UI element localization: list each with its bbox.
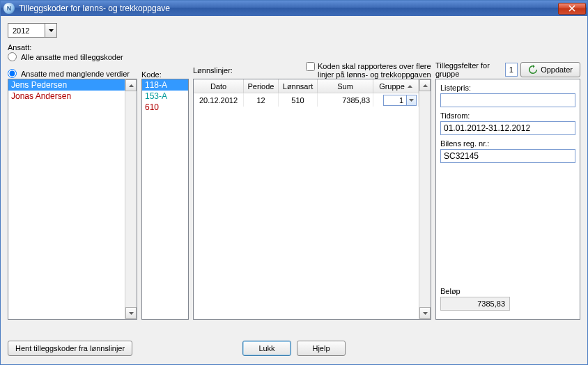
tidsrom-input[interactable]: 01.01.2012-31.12.2012: [440, 121, 575, 135]
regnr-input[interactable]: SC32145: [440, 149, 575, 163]
col-header-sum[interactable]: Sum: [318, 79, 373, 93]
radio-all-label: Alle ansatte med tilleggskoder: [21, 53, 123, 61]
refresh-button[interactable]: Oppdater: [520, 62, 580, 77]
listepris-input[interactable]: [440, 93, 575, 107]
refresh-button-label: Oppdater: [541, 65, 573, 74]
scroll-down-button[interactable]: [419, 307, 431, 319]
employee-list[interactable]: Jens Pedersen Jonas Andersen: [8, 79, 137, 320]
col-header-paytype[interactable]: Lønnsart: [279, 79, 318, 93]
fetch-codes-button[interactable]: Hent tilleggskoder fra lønnslinjer: [8, 341, 132, 356]
chevron-down-icon: [49, 29, 54, 32]
chevron-up-icon: [408, 85, 412, 88]
cell-date: 20.12.2012: [194, 93, 244, 107]
cell-period: 12: [244, 93, 279, 107]
cell-paytype: 510: [279, 93, 318, 107]
belop-label: Beløp: [440, 287, 575, 295]
extra-fields-label: Tilleggsfelter for gruppe: [435, 61, 502, 78]
col-header-group[interactable]: Gruppe: [373, 79, 419, 93]
year-select-value: 2012: [8, 26, 45, 35]
paylines-label: Lønnslinjer:: [193, 66, 233, 75]
close-icon: [568, 5, 575, 12]
refresh-icon: [528, 65, 538, 75]
radio-missing-values[interactable]: [8, 69, 17, 78]
year-select[interactable]: 2012: [8, 23, 57, 38]
window: N Tilleggskoder for lønns- og trekkoppga…: [0, 0, 588, 365]
group-number: 1: [505, 63, 518, 77]
col-header-period[interactable]: Periode: [244, 79, 279, 93]
multi-line-label: Koden skal rapporteres over flere linjer…: [318, 62, 431, 79]
close-dialog-label: Lukk: [258, 344, 274, 352]
belop-value: 7385,83: [440, 297, 510, 311]
code-section-label: Kode:: [141, 70, 162, 79]
titlebar: N Tilleggskoder for lønns- og trekkoppga…: [1, 1, 587, 16]
scrollbar[interactable]: [419, 79, 431, 319]
chevron-up-icon: [423, 84, 428, 87]
radio-all-employees[interactable]: [8, 52, 17, 61]
cell-group: 1: [373, 93, 419, 107]
scroll-down-button[interactable]: [125, 307, 137, 319]
list-item[interactable]: 118-A: [142, 79, 188, 91]
app-icon: N: [3, 3, 15, 14]
list-item[interactable]: Jens Pedersen: [8, 79, 125, 91]
help-button-label: Hjelp: [312, 344, 330, 352]
chevron-down-icon: [129, 312, 134, 315]
table-row[interactable]: 20.12.2012 12 510 7385,83 1: [194, 93, 419, 107]
code-list[interactable]: 118-A 153-A 610: [141, 79, 189, 320]
col-header-date[interactable]: Dato: [194, 79, 244, 93]
chevron-down-icon: [409, 99, 414, 102]
multi-line-checkbox[interactable]: [306, 62, 315, 71]
group-select-value: 1: [383, 95, 406, 106]
group-select-button[interactable]: [406, 95, 417, 106]
help-button[interactable]: Hjelp: [297, 341, 346, 356]
employee-label: Ansatt:: [8, 43, 580, 52]
listepris-label: Listepris:: [440, 84, 575, 92]
client-area: 2012 Ansatt: Alle ansatte med tilleggsko…: [1, 16, 587, 364]
chevron-up-icon: [129, 84, 134, 87]
paylines-grid[interactable]: Dato Periode Lønnsart Sum Gruppe 20.12: [193, 79, 431, 320]
chevron-down-icon: [423, 312, 428, 315]
close-button[interactable]: [558, 3, 586, 15]
list-item[interactable]: 610: [142, 102, 188, 113]
scroll-up-button[interactable]: [419, 79, 431, 91]
grid-header: Dato Periode Lønnsart Sum Gruppe: [194, 79, 419, 93]
window-title: Tilleggskoder for lønns- og trekkoppgave: [19, 3, 558, 13]
scrollbar[interactable]: [125, 79, 137, 319]
fetch-codes-label: Hent tilleggskoder fra lønnslinjer: [15, 344, 125, 352]
regnr-label: Bilens reg. nr.:: [440, 139, 575, 148]
cell-sum: 7385,83: [318, 93, 373, 107]
list-item[interactable]: Jonas Andersen: [8, 91, 125, 102]
tidsrom-label: Tidsrom:: [440, 111, 575, 120]
list-item[interactable]: 153-A: [142, 91, 188, 102]
year-select-button[interactable]: [45, 24, 56, 37]
radio-missing-label: Ansatte med manglende verdier: [21, 70, 130, 78]
scroll-up-button[interactable]: [125, 79, 137, 91]
close-dialog-button[interactable]: Lukk: [242, 341, 291, 356]
extra-fields-panel: Listepris: Tidsrom: 01.01.2012-31.12.201…: [435, 79, 580, 320]
